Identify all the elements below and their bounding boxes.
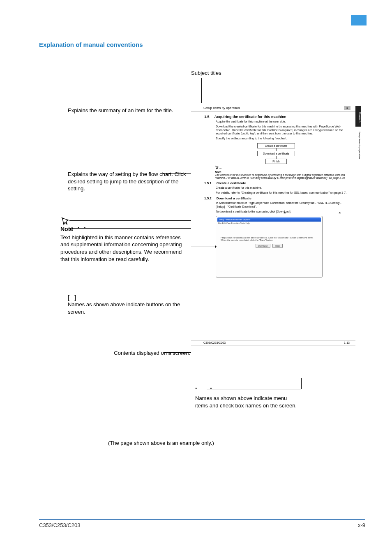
sample-para: Download the created certificate for thi… [216,125,348,136]
sample-para: For details, refer to "Creating a certif… [216,191,348,195]
flow-box: Create a certificate [257,143,295,148]
screenshot-titlebar: Setup - Microsoft Internet Explorer [217,217,321,222]
sample-body: 1.5 Acquiring the certificate for this m… [191,111,355,279]
sample-sub-num: 1.5.2 [204,197,212,200]
chapter-tab-marker [351,15,367,25]
subject-titles-label: Subject titles [191,70,221,76]
sample-para: To download a certificate to the compute… [216,210,348,214]
sample-para: Acquire the certificate for this machine… [216,120,348,124]
connector-line [164,352,191,353]
screenshot-buttons: Download Back [221,244,318,248]
connector-line [201,78,202,103]
connector-line [207,389,301,389]
sample-side-text: Setup items by operation [356,132,361,159]
callout-buttons: Names as shown above indicate buttons on… [68,301,187,315]
sample-note-text: The certificate for this machine is acqu… [215,173,348,179]
page-footer: C353/C253/C203 x-9 [39,519,365,528]
note-icon [215,166,219,170]
sample-flowchart: Create a certificate Download a certific… [249,143,303,164]
page-heading: Explanation of manual conventions [39,41,143,48]
sample-para: In Administrator mode of PageScope Web C… [216,201,348,209]
sample-sub-title: Create a certificate [217,181,246,185]
sample-header: Setup items by operation 1 [191,103,355,111]
sample-sub-num: 1.5.1 [204,181,212,185]
sample-footer: C353/C253/C203 1-13 [191,340,355,345]
brackets-symbol: [ ] [68,294,78,301]
sample-sec-num: 1.5 [204,115,210,119]
connector-line [166,110,191,110]
sample-footer-left: C353/C253/C203 [203,341,226,344]
sample-note-label: Note [215,171,348,173]
sample-note-marker: ... [215,166,348,170]
sample-header-left: Setup items by operation [203,106,240,110]
flow-box: Finish [265,159,287,164]
connector-arrow [285,213,285,229]
sample-page: Chapter 1 Setup items by operation Setup… [191,103,355,345]
footer-left: C353/C253/C203 [39,522,80,528]
screenshot-message: Preparation for download has been comple… [221,236,318,241]
sample-subsection: 1.5.1 Create a certificate Create a cert… [204,181,348,195]
example-only-text: (The page shown above is an example only… [108,440,214,446]
top-rule [39,29,365,29]
footer-right: x-9 [358,522,365,528]
connector-arrow [340,213,340,378]
sample-para: Specify the settings according to the fo… [216,137,348,141]
sample-screenshot: Setup - Microsoft Internet Explorer File… [216,216,323,278]
download-button: Download [256,244,270,248]
back-button: Back [272,244,283,248]
callout-note: Note Text highlighted in this manner con… [60,225,186,263]
callout-screen-contents: Contents displayed on a screen. [75,349,190,357]
connector-line [78,297,191,297]
connector-line [69,220,191,221]
diagram-area: Subject titles Explains the summary of a… [39,66,355,460]
callout-summary: Explains the summary of an item for the … [68,107,183,114]
sample-footer-right: 1-13 [344,341,350,344]
connector-line [301,378,302,389]
sample-sub-title: Download a certificate [217,197,251,200]
flow-box: Download a certificate [257,151,295,156]
connector-arrow [191,247,216,247]
screenshot-menu: File Edit View Favorites Tools Help [217,222,321,225]
note-icon [60,217,69,226]
sample-sec-title: Acquiring the certificate for this machi… [214,115,286,119]
note-body: Text highlighted in this manner contains… [60,234,186,263]
screenshot-body: Preparation for download has been comple… [217,225,321,270]
sample-note: Note The certificate for this machine is… [215,171,348,179]
callout-menu-names: Names as shown above indicate menu items… [195,395,298,409]
sample-subsection: 1.5.2 Download a certificate In Administ… [204,197,348,213]
sample-header-right: 1 [344,106,350,110]
note-title: Note [60,225,186,233]
quotes-symbol: " " [195,386,218,393]
connector-line [161,173,191,174]
sample-chapter-tab: Chapter 1 [355,106,361,127]
sample-para: Create a certificate for this machine. [216,186,348,190]
